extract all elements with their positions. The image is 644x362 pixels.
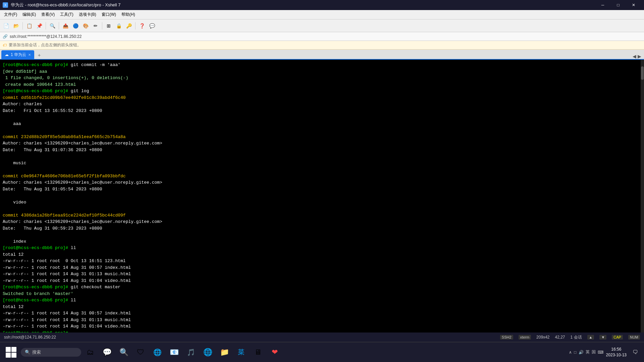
edit-button[interactable]: ✏ — [91, 21, 100, 31]
search-icon: 🔍 — [25, 350, 30, 355]
add-tab-button[interactable]: ＋ — [36, 52, 43, 59]
taskbar-shield[interactable]: 🛡 — [133, 345, 148, 360]
info-icon: 🏷 — [3, 43, 7, 48]
window-controls: ─ □ ✕ — [595, 0, 641, 10]
taskbar-chrome[interactable]: 🌐 — [150, 345, 165, 360]
up-arrow-icon: ▲ — [587, 335, 594, 340]
tray-input[interactable]: 国 — [592, 349, 596, 355]
scrollbar-thumb[interactable] — [641, 66, 644, 80]
taskbar-email[interactable]: 📧 — [166, 345, 182, 360]
taskbar-app-10[interactable]: 🖥 — [250, 345, 266, 360]
separator-1 — [22, 22, 23, 29]
taskbar-app-11[interactable]: ❤ — [267, 345, 282, 360]
tray-volume[interactable]: 🔊 — [579, 350, 584, 355]
transfer-button[interactable]: 📤 — [61, 21, 70, 31]
menu-view[interactable]: 查看(V) — [39, 11, 57, 18]
address-bar: 🔗 ssh://root:************@124.71.86.250:… — [0, 32, 644, 41]
address-text[interactable]: ssh://root:************@124.71.86.250:22 — [10, 34, 82, 39]
open-button[interactable]: 📂 — [11, 21, 21, 31]
menu-help[interactable]: 帮助(H) — [119, 11, 138, 18]
title-bar-left: X 华为云 - root@hcss-ecs-dbb6:/usr/local/sr… — [3, 2, 120, 8]
terminal[interactable]: [root@hcss-ecs-dbb6 pro]# git commit -m … — [0, 60, 644, 333]
tab-label: 1 华为云 — [11, 52, 26, 58]
copy-button[interactable]: 📋 — [24, 21, 34, 31]
separator-5 — [135, 22, 136, 29]
connection-status: ssh://root@124.71.86.250:22 — [4, 335, 56, 340]
ssh-badge: SSH2 — [500, 335, 513, 340]
cap-badge: CAP — [612, 335, 623, 340]
separator-2 — [46, 22, 46, 29]
tab-next-button[interactable]: ▶ — [638, 54, 641, 59]
info-text: 要添加当前会话，点击左侧的箭头按钮。 — [9, 42, 81, 48]
system-clock[interactable]: 16:56 2023-10-13 — [606, 347, 627, 358]
title-bar: X 华为云 - root@hcss-ecs-dbb6:/usr/local/sr… — [0, 0, 644, 10]
menu-window[interactable]: 窗口(W) — [99, 11, 119, 18]
close-button[interactable]: ✕ — [626, 0, 641, 10]
sessions-count: 1 会话 — [571, 335, 582, 340]
key-button[interactable]: 🔑 — [124, 21, 133, 31]
taskbar-search[interactable]: 🔍 搜索 — [21, 348, 81, 357]
windows-logo — [6, 347, 16, 358]
tab-prev-button[interactable]: ◀ — [633, 54, 636, 59]
terminal-type-badge: xterm — [519, 335, 531, 340]
windows-taskbar: 🔍 搜索 🗂 💬 🔍 🛡 🌐 📧 🎵 🌐 📁 菜 🖥 ❤ ∧ □ 🔊 英 国 ⌨… — [0, 342, 644, 362]
app-icon: X — [3, 2, 8, 8]
minimize-button[interactable]: ─ — [595, 0, 610, 10]
start-button[interactable] — [3, 344, 19, 361]
terminal-size: 209x42 — [536, 335, 549, 340]
toolbar: 📄 📂 📋 📌 🔍 📤 🔵 🎨 ✏ ⊞ 🔒 🔑 ❓ 💬 — [0, 19, 644, 32]
tab-huaweiyun[interactable]: ☁ 1 华为云 ✕ — [1, 50, 34, 59]
tray-lang[interactable]: 英 — [586, 349, 590, 355]
find-button[interactable]: 🔍 — [48, 21, 57, 31]
clock-time: 16:56 — [606, 347, 627, 352]
taskbar-search-app[interactable]: 🔍 — [116, 345, 131, 360]
sftp-button[interactable]: 🔵 — [71, 21, 80, 31]
status-bar: ssh://root@124.71.86.250:22 SSH2 xterm 2… — [0, 333, 644, 342]
tab-icon: ☁ — [5, 52, 9, 57]
new-session-button[interactable]: 📄 — [1, 21, 11, 31]
color-button[interactable]: 🎨 — [81, 21, 90, 31]
tab-bar: ☁ 1 华为云 ✕ ＋ ◀ ▶ — [0, 50, 644, 60]
taskbar-folder[interactable]: 📁 — [217, 345, 232, 360]
taskbar-right: ∧ □ 🔊 英 国 ⌨ 16:56 2023-10-13 🗨 — [569, 346, 641, 358]
menu-file[interactable]: 文件(F) — [1, 11, 20, 18]
terminal-container[interactable]: [root@hcss-ecs-dbb6 pro]# git commit -m … — [0, 60, 644, 333]
taskbar-edge[interactable]: 🌐 — [200, 345, 215, 360]
menu-bar: 文件(F) 编辑(E) 查看(V) 工具(T) 选项卡(B) 窗口(W) 帮助(… — [0, 10, 644, 19]
window-title: 华为云 - root@hcss-ecs-dbb6:/usr/local/src/… — [11, 2, 120, 8]
clock-date: 2023-10-13 — [606, 352, 627, 358]
main-content: X 华为云 - root@hcss-ecs-dbb6:/usr/local/sr… — [0, 0, 644, 342]
tray-up-arrow[interactable]: ∧ — [569, 350, 572, 355]
down-arrow-icon: ▼ — [599, 335, 606, 340]
menu-edit[interactable]: 编辑(E) — [20, 11, 39, 18]
taskbar-music[interactable]: 🎵 — [183, 345, 199, 360]
maximize-button[interactable]: □ — [610, 0, 626, 10]
separator-3 — [59, 22, 59, 29]
terminal-scrollbar[interactable] — [641, 60, 644, 333]
status-right: SSH2 xterm 209x42 42,27 1 会话 ▲ ▼ CAP NUM — [500, 335, 640, 340]
taskbar-file-explorer[interactable]: 🗂 — [83, 345, 98, 360]
security-button[interactable]: 🔒 — [114, 21, 123, 31]
num-badge: NUM — [628, 335, 640, 340]
separator-4 — [102, 22, 102, 29]
menu-tab[interactable]: 选项卡(B) — [76, 11, 99, 18]
connection-icon: 🔗 — [3, 34, 8, 39]
search-placeholder: 搜索 — [32, 349, 41, 355]
paste-button[interactable]: 📌 — [35, 21, 44, 31]
cursor-position: 42,27 — [555, 335, 565, 340]
tab-navigation: ◀ ▶ — [633, 54, 644, 59]
info-bar: 🏷 要添加当前会话，点击左侧的箭头按钮。 — [0, 41, 644, 50]
tray-keyboard[interactable]: ⌨ — [598, 350, 603, 355]
chat-button[interactable]: 💬 — [147, 21, 157, 31]
taskbar-wechat[interactable]: 💬 — [99, 345, 115, 360]
tray-window[interactable]: □ — [574, 350, 576, 355]
taskbar-app-9[interactable]: 菜 — [233, 345, 249, 360]
tab-close-button[interactable]: ✕ — [28, 53, 31, 57]
system-tray: ∧ □ 🔊 英 国 ⌨ — [569, 349, 603, 355]
help-button[interactable]: ❓ — [137, 21, 147, 31]
notification-button[interactable]: 🗨 — [629, 346, 641, 358]
menu-tools[interactable]: 工具(T) — [57, 11, 76, 18]
layout-button[interactable]: ⊞ — [104, 21, 113, 31]
